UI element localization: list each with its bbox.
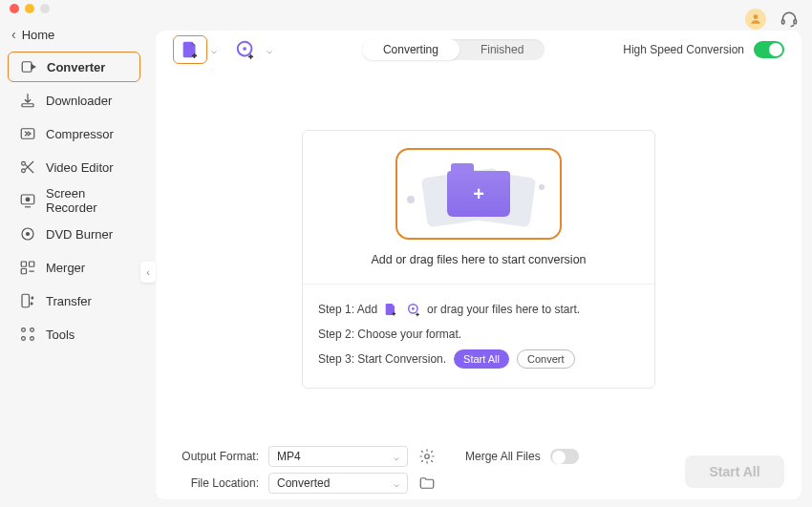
back-label: Home [22,28,55,42]
sidebar-item-merger[interactable]: Merger [8,252,140,283]
svg-rect-15 [22,294,30,307]
file-location-select[interactable]: Converted ⌵ [268,473,408,494]
content-panel: ⌵ ⌵ Converting Finished High Speed Conve… [156,31,801,499]
step-2-row: Step 2: Choose your format. [318,325,639,344]
svg-rect-2 [794,20,797,24]
support-button[interactable] [780,10,799,29]
sidebar-collapse-handle[interactable]: ‹ [140,262,156,283]
tab-finished[interactable]: Finished [459,39,545,60]
drop-panel: + Add or drag files here to start conver… [302,130,655,389]
chevron-down-icon: ⌵ [394,452,399,462]
header-right [745,9,799,30]
step-3-row: Step 3: Start Conversion. Start All Conv… [318,349,639,369]
window-titlebar [0,0,812,17]
sidebar-item-label: Downloader [46,94,112,108]
account-avatar-button[interactable] [745,9,766,30]
add-dvd-button[interactable] [228,35,263,64]
toolbar: ⌵ ⌵ Converting Finished High Speed Conve… [156,31,801,69]
add-file-button[interactable] [173,35,207,64]
svg-point-18 [22,337,26,341]
convert-icon [20,58,37,75]
scissors-icon [19,158,36,176]
dvd-icon [19,225,36,243]
sidebar-item-converter[interactable]: Converter [8,52,140,82]
sidebar-item-screen-recorder[interactable]: Screen Recorder [8,185,140,216]
start-all-mini-button[interactable]: Start All [454,349,509,369]
close-window-button[interactable] [10,4,19,13]
add-dvd-icon [235,39,256,60]
sidebar-item-dvd-burner[interactable]: DVD Burner [8,219,140,249]
add-dvd-dropdown[interactable]: ⌵ [267,45,272,55]
convert-mini-button[interactable]: Convert [517,349,575,369]
sidebar-item-downloader[interactable]: Downloader [8,85,140,116]
sidebar-item-label: Converter [47,60,105,74]
sidebar-item-label: Screen Recorder [46,186,129,215]
output-format-select[interactable]: MP4 ⌵ [268,446,408,467]
sidebar-item-compressor[interactable]: Compressor [8,118,140,149]
svg-point-21 [243,47,246,51]
add-dvd-icon[interactable] [406,302,421,317]
start-all-button[interactable]: Start All [685,455,784,488]
svg-point-24 [425,454,430,459]
footer-bar: Output Format: MP4 ⌵ Merge All Files Fil… [156,438,801,499]
sparkle-icon [539,184,545,190]
drop-area[interactable]: + Add or drag files here to start conver… [303,131,654,284]
svg-rect-1 [782,20,785,24]
output-format-label: Output Format: [173,450,259,463]
svg-point-0 [754,14,759,19]
screen-rec-icon [19,192,36,209]
sidebar-item-label: Video Editor [46,160,114,175]
sidebar-item-video-editor[interactable]: Video Editor [8,152,140,182]
step-3-text: Step 3: Start Conversion. [318,349,446,369]
merge-all-toggle[interactable] [550,449,579,464]
sidebar-item-label: Tools [46,327,75,342]
sidebar-item-label: Merger [46,261,85,275]
status-segmented-control: Converting Finished [362,39,545,60]
sidebar-item-transfer[interactable]: Transfer [8,285,140,316]
step-2-text: Step 2: Choose your format. [318,325,461,344]
svg-rect-3 [22,62,32,73]
add-file-dropdown[interactable]: ⌵ [211,45,217,55]
svg-point-17 [31,328,34,332]
sidebar-item-label: DVD Burner [46,227,113,242]
output-settings-button[interactable] [417,447,437,466]
sidebar-item-tools[interactable]: Tools [8,319,140,349]
svg-point-19 [31,337,34,341]
transfer-icon [19,292,36,309]
output-format-value: MP4 [277,450,301,463]
sidebar: ‹ Home Converter Downloader Compressor V… [0,17,148,507]
maximize-window-button[interactable] [40,4,50,13]
high-speed-label: High Speed Conversion [623,43,744,56]
minimize-window-button[interactable] [25,4,34,13]
merge-all-label: Merge All Files [465,450,541,463]
headset-icon [780,10,799,29]
step-1-row: Step 1: Add or drag your files here to s… [318,300,639,319]
back-home-button[interactable]: ‹ Home [0,23,148,52]
add-file-icon [180,39,201,60]
svg-rect-12 [21,262,26,266]
svg-point-16 [22,328,26,332]
download-icon [19,92,36,109]
svg-rect-14 [21,269,26,274]
svg-point-6 [22,161,26,165]
folder-plus-icon: + [447,171,510,217]
open-folder-button[interactable] [417,474,437,493]
svg-rect-13 [30,262,34,266]
file-location-label: File Location: [173,476,259,490]
chevron-down-icon: ⌵ [394,478,399,489]
sparkle-icon [407,196,415,203]
chevron-left-icon: ‹ [11,27,16,42]
svg-point-7 [22,169,26,173]
user-icon [749,12,762,26]
tab-converting[interactable]: Converting [362,39,459,60]
high-speed-toggle[interactable] [754,41,784,58]
sidebar-item-label: Compressor [46,127,114,141]
add-file-icon[interactable] [383,302,398,317]
tools-icon [19,326,36,343]
gear-icon [418,448,436,465]
folder-icon [418,475,436,492]
compress-icon [19,125,36,142]
step-1-text-post: or drag your files here to start. [427,300,580,319]
step-1-text-pre: Step 1: Add [318,300,377,319]
sidebar-item-label: Transfer [46,294,92,308]
